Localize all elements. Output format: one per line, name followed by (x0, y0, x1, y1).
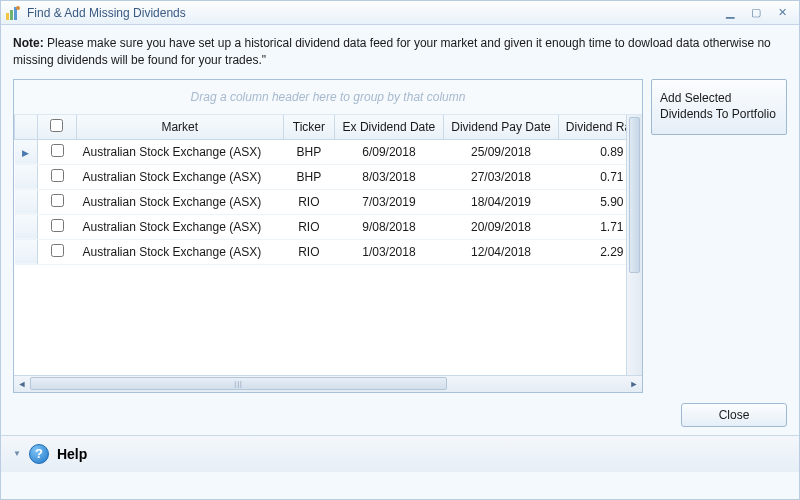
cell-ticker: BHP (283, 164, 335, 189)
cell-market: Australian Stock Exchange (ASX) (76, 139, 283, 164)
horizontal-scrollbar[interactable]: ◄ ||| ► (14, 375, 642, 392)
note-text: Note: Please make sure you have set up a… (13, 35, 787, 79)
cell-pay-date: 12/04/2018 (443, 239, 559, 264)
minimize-button[interactable]: ▁ (721, 6, 739, 20)
row-checkbox-cell[interactable] (37, 189, 76, 214)
cell-ticker: RIO (283, 189, 335, 214)
table-row[interactable]: Australian Stock Exchange (ASX)RIO9/08/2… (15, 214, 642, 239)
help-icon: ? (29, 444, 49, 464)
vertical-scrollbar[interactable] (626, 115, 642, 375)
col-ex-dividend-date[interactable]: Ex Dividend Date (335, 115, 443, 140)
scroll-right-arrow[interactable]: ► (626, 379, 642, 389)
table-row[interactable]: Australian Stock Exchange (ASX)BHP8/03/2… (15, 164, 642, 189)
cell-market: Australian Stock Exchange (ASX) (76, 239, 283, 264)
select-all-header[interactable] (37, 115, 76, 140)
app-icon (5, 5, 21, 21)
select-all-checkbox[interactable] (50, 119, 63, 132)
cell-ex-date: 9/08/2018 (335, 214, 443, 239)
svg-rect-1 (10, 10, 13, 20)
group-by-hint[interactable]: Drag a column header here to group by th… (14, 80, 642, 115)
cell-market: Australian Stock Exchange (ASX) (76, 189, 283, 214)
help-label: Help (57, 446, 87, 462)
row-checkbox-cell[interactable] (37, 164, 76, 189)
row-indicator (15, 214, 38, 239)
row-indicator (15, 239, 38, 264)
row-indicator (15, 164, 38, 189)
cell-ex-date: 6/09/2018 (335, 139, 443, 164)
cell-ex-date: 7/03/2019 (335, 189, 443, 214)
header-row: Market Ticker Ex Dividend Date Dividend … (15, 115, 642, 140)
close-window-button[interactable]: ✕ (773, 6, 791, 20)
close-button[interactable]: Close (681, 403, 787, 427)
cell-ex-date: 1/03/2018 (335, 239, 443, 264)
row-checkbox[interactable] (51, 144, 64, 157)
chevron-down-icon: ▼ (13, 449, 21, 458)
col-dividend-pay-date[interactable]: Dividend Pay Date (443, 115, 559, 140)
row-indicator: ▶ (15, 139, 38, 164)
svg-rect-0 (6, 13, 9, 20)
cell-pay-date: 20/09/2018 (443, 214, 559, 239)
title-bar: Find & Add Missing Dividends ▁ ▢ ✕ (1, 1, 799, 25)
table-row[interactable]: Australian Stock Exchange (ASX)RIO7/03/2… (15, 189, 642, 214)
cell-pay-date: 27/03/2018 (443, 164, 559, 189)
add-selected-dividends-button[interactable]: Add Selected Dividends To Portfolio (651, 79, 787, 135)
maximize-button[interactable]: ▢ (747, 6, 765, 20)
cell-ticker: BHP (283, 139, 335, 164)
col-market[interactable]: Market (76, 115, 283, 140)
row-header-col (15, 115, 38, 140)
note-label: Note: (13, 36, 44, 50)
cell-ticker: RIO (283, 214, 335, 239)
table-row[interactable]: ▶Australian Stock Exchange (ASX)BHP6/09/… (15, 139, 642, 164)
cell-ticker: RIO (283, 239, 335, 264)
row-checkbox-cell[interactable] (37, 239, 76, 264)
row-checkbox-cell[interactable] (37, 139, 76, 164)
table-row[interactable]: Australian Stock Exchange (ASX)RIO1/03/2… (15, 239, 642, 264)
row-checkbox[interactable] (51, 169, 64, 182)
col-ticker[interactable]: Ticker (283, 115, 335, 140)
row-checkbox[interactable] (51, 194, 64, 207)
row-checkbox[interactable] (51, 219, 64, 232)
cell-pay-date: 25/09/2018 (443, 139, 559, 164)
cell-ex-date: 8/03/2018 (335, 164, 443, 189)
window-title: Find & Add Missing Dividends (27, 6, 721, 20)
cell-market: Australian Stock Exchange (ASX) (76, 164, 283, 189)
vertical-scroll-thumb[interactable] (629, 117, 640, 273)
help-section[interactable]: ▼ ? Help (1, 435, 799, 472)
cell-pay-date: 18/04/2019 (443, 189, 559, 214)
row-checkbox[interactable] (51, 244, 64, 257)
horizontal-scroll-thumb[interactable]: ||| (30, 377, 447, 390)
row-indicator (15, 189, 38, 214)
scroll-left-arrow[interactable]: ◄ (14, 379, 30, 389)
svg-point-3 (16, 6, 20, 10)
row-checkbox-cell[interactable] (37, 214, 76, 239)
dividends-grid: Drag a column header here to group by th… (13, 79, 643, 393)
cell-market: Australian Stock Exchange (ASX) (76, 214, 283, 239)
